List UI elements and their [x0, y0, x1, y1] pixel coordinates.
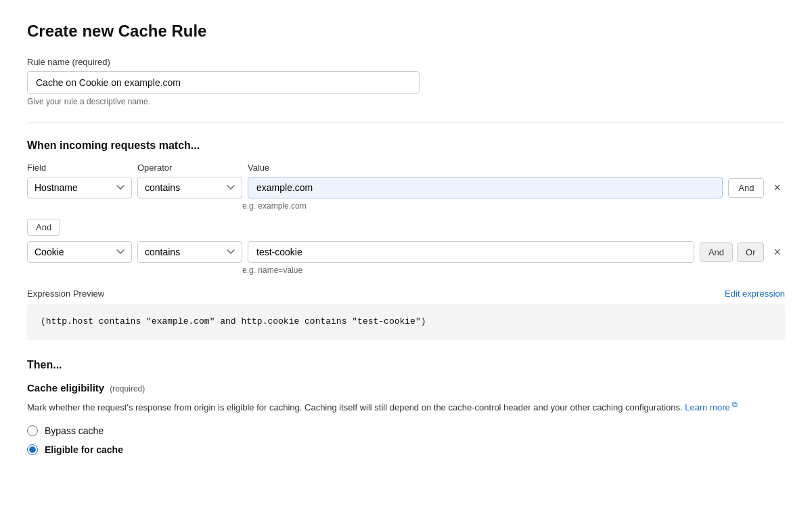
condition1-and-button[interactable]: And: [728, 178, 764, 198]
col-header-value: Value: [248, 163, 785, 173]
cache-description: Mark whether the request's response from…: [27, 399, 785, 415]
then-section: Then... Cache eligibility (required) Mar…: [27, 359, 785, 455]
rule-name-helper: Give your rule a descriptive name.: [27, 97, 785, 106]
edit-expression-link[interactable]: Edit expression: [725, 289, 785, 299]
eligible-for-cache-radio[interactable]: [27, 444, 38, 455]
then-title: Then...: [27, 359, 785, 371]
rule-name-input[interactable]: [27, 71, 420, 94]
cache-eligibility-radio-group: Bypass cache Eligible for cache: [27, 425, 785, 455]
and-connector-button[interactable]: And: [27, 219, 60, 236]
col-header-operator: Operator: [137, 163, 242, 173]
column-headers: Field Operator Value: [27, 163, 785, 173]
condition2-remove-button[interactable]: ×: [769, 243, 785, 261]
required-badge: (required): [110, 384, 145, 394]
condition-row-1: Hostname URL Cookie Header IP contains e…: [27, 177, 785, 198]
when-section: When incoming requests match... Field Op…: [27, 140, 785, 340]
cache-eligibility-header: Cache eligibility (required): [27, 382, 785, 394]
when-title: When incoming requests match...: [27, 140, 785, 152]
condition1-helper: e.g. example.com: [242, 201, 785, 211]
cache-eligibility-title: Cache eligibility: [27, 382, 104, 394]
condition2-buttons: And Or: [700, 242, 765, 262]
col-header-field: Field: [27, 163, 132, 173]
condition2-field-select[interactable]: Hostname URL Cookie Header IP: [27, 241, 132, 263]
learn-more-link[interactable]: Learn more ⧉: [685, 402, 738, 412]
and-connector: And: [27, 219, 785, 236]
divider: [27, 123, 785, 123]
condition-row-2: Hostname URL Cookie Header IP contains e…: [27, 241, 785, 263]
eligible-for-cache-option[interactable]: Eligible for cache: [27, 444, 785, 455]
condition1-field-select[interactable]: Hostname URL Cookie Header IP: [27, 177, 132, 198]
condition2-value-input[interactable]: [248, 241, 694, 263]
expression-box: (http.host contains "example.com" and ht…: [27, 304, 785, 340]
expression-section: Expression Preview Edit expression (http…: [27, 289, 785, 340]
page-title: Create new Cache Rule: [27, 22, 785, 41]
condition2-or-button[interactable]: Or: [737, 242, 764, 262]
eligible-for-cache-label: Eligible for cache: [45, 444, 123, 455]
condition2-operator-select[interactable]: contains equals starts with ends with ma…: [137, 241, 242, 263]
rule-name-label: Rule name (required): [27, 57, 785, 67]
expression-label: Expression Preview: [27, 289, 104, 299]
external-link-icon: ⧉: [732, 400, 738, 408]
bypass-cache-option[interactable]: Bypass cache: [27, 425, 785, 436]
condition1-value-input[interactable]: [248, 177, 723, 198]
bypass-cache-label: Bypass cache: [45, 425, 104, 436]
condition2-and-button[interactable]: And: [700, 242, 733, 262]
bypass-cache-radio[interactable]: [27, 425, 38, 436]
condition2-helper: e.g. name=value: [242, 266, 785, 275]
expression-header: Expression Preview Edit expression: [27, 289, 785, 299]
rule-name-section: Rule name (required) Give your rule a de…: [27, 57, 785, 106]
condition1-remove-button[interactable]: ×: [769, 179, 785, 196]
condition1-operator-select[interactable]: contains equals starts with ends with ma…: [137, 177, 242, 198]
